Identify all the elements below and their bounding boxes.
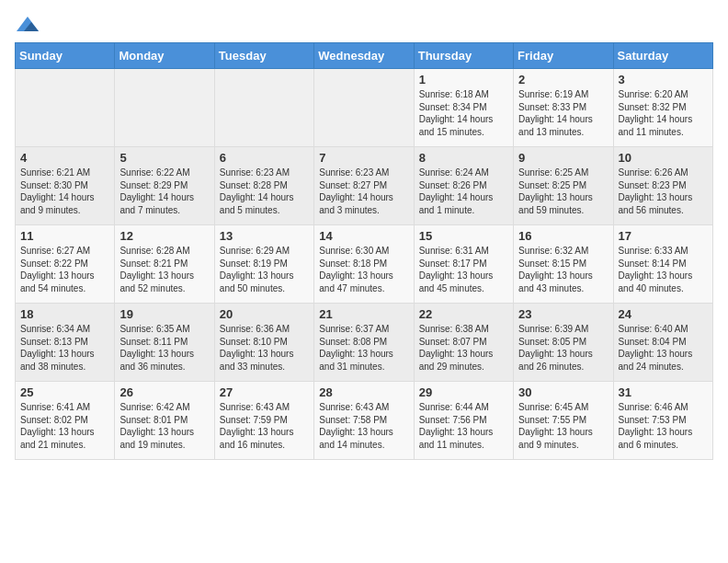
day-number: 2	[518, 73, 608, 86]
day-number: 27	[220, 385, 309, 399]
day-number: 19	[119, 307, 209, 321]
calendar-cell-1-3	[214, 69, 313, 147]
calendar-cell-1-6: 2Sunrise: 6:19 AM Sunset: 8:33 PM Daylig…	[514, 69, 613, 147]
day-number: 28	[319, 385, 408, 399]
calendar-cell-4-5: 22Sunrise: 6:38 AM Sunset: 8:07 PM Dayli…	[414, 304, 513, 382]
calendar-cell-3-4: 14Sunrise: 6:30 AM Sunset: 8:18 PM Dayli…	[314, 225, 414, 304]
calendar-cell-5-5: 29Sunrise: 6:44 AM Sunset: 7:56 PM Dayli…	[414, 382, 513, 460]
calendar-cell-4-1: 18Sunrise: 6:34 AM Sunset: 8:13 PM Dayli…	[16, 304, 115, 382]
header-friday: Friday	[514, 43, 613, 69]
calendar-cell-5-1: 25Sunrise: 6:41 AM Sunset: 8:02 PM Dayli…	[16, 382, 115, 460]
day-number: 13	[220, 229, 309, 243]
header-tuesday: Tuesday	[214, 43, 313, 69]
day-number: 15	[419, 229, 508, 243]
day-content: Sunrise: 6:46 AM Sunset: 7:53 PM Dayligh…	[619, 401, 708, 451]
day-content: Sunrise: 6:18 AM Sunset: 8:34 PM Dayligh…	[419, 88, 508, 138]
day-content: Sunrise: 6:28 AM Sunset: 8:21 PM Dayligh…	[119, 245, 209, 294]
day-content: Sunrise: 6:40 AM Sunset: 8:04 PM Dayligh…	[619, 323, 708, 373]
calendar-cell-4-3: 20Sunrise: 6:36 AM Sunset: 8:10 PM Dayli…	[214, 304, 313, 382]
day-number: 10	[619, 151, 708, 165]
calendar-week-5: 25Sunrise: 6:41 AM Sunset: 8:02 PM Dayli…	[16, 382, 713, 460]
day-number: 6	[220, 151, 309, 165]
header-sunday: Sunday	[16, 43, 115, 69]
day-content: Sunrise: 6:32 AM Sunset: 8:15 PM Dayligh…	[518, 245, 608, 294]
day-number: 26	[119, 385, 209, 399]
header-monday: Monday	[115, 43, 214, 69]
calendar-cell-2-5: 8Sunrise: 6:24 AM Sunset: 8:26 PM Daylig…	[414, 147, 513, 225]
calendar-cell-1-4	[314, 69, 414, 147]
day-content: Sunrise: 6:43 AM Sunset: 7:59 PM Dayligh…	[220, 401, 309, 451]
day-number: 17	[619, 229, 708, 243]
day-content: Sunrise: 6:33 AM Sunset: 8:14 PM Dayligh…	[619, 245, 708, 294]
calendar-cell-1-1	[16, 69, 115, 147]
calendar-cell-2-4: 7Sunrise: 6:23 AM Sunset: 8:27 PM Daylig…	[314, 147, 414, 225]
day-content: Sunrise: 6:36 AM Sunset: 8:10 PM Dayligh…	[220, 323, 309, 373]
calendar-cell-4-7: 24Sunrise: 6:40 AM Sunset: 8:04 PM Dayli…	[613, 304, 712, 382]
calendar-week-2: 4Sunrise: 6:21 AM Sunset: 8:30 PM Daylig…	[16, 147, 713, 225]
day-content: Sunrise: 6:34 AM Sunset: 8:13 PM Dayligh…	[20, 323, 109, 373]
day-number: 3	[619, 73, 708, 86]
day-number: 14	[319, 229, 408, 243]
day-number: 16	[518, 229, 608, 243]
calendar-cell-1-2	[115, 69, 214, 147]
calendar-cell-5-2: 26Sunrise: 6:42 AM Sunset: 8:01 PM Dayli…	[115, 382, 214, 460]
calendar-cell-5-6: 30Sunrise: 6:45 AM Sunset: 7:55 PM Dayli…	[514, 382, 613, 460]
day-content: Sunrise: 6:23 AM Sunset: 8:27 PM Dayligh…	[319, 167, 408, 216]
calendar-cell-3-1: 11Sunrise: 6:27 AM Sunset: 8:22 PM Dayli…	[16, 225, 115, 304]
day-number: 29	[419, 385, 508, 399]
day-number: 25	[20, 385, 109, 399]
day-content: Sunrise: 6:30 AM Sunset: 8:18 PM Dayligh…	[319, 245, 408, 294]
day-content: Sunrise: 6:23 AM Sunset: 8:28 PM Dayligh…	[220, 167, 309, 216]
day-content: Sunrise: 6:22 AM Sunset: 8:29 PM Dayligh…	[119, 167, 209, 216]
day-number: 21	[319, 307, 408, 321]
day-content: Sunrise: 6:44 AM Sunset: 7:56 PM Dayligh…	[419, 401, 508, 451]
calendar-cell-5-4: 28Sunrise: 6:43 AM Sunset: 7:58 PM Dayli…	[314, 382, 414, 460]
day-content: Sunrise: 6:42 AM Sunset: 8:01 PM Dayligh…	[119, 401, 209, 451]
day-number: 18	[20, 307, 109, 321]
day-number: 22	[419, 307, 508, 321]
header-thursday: Thursday	[414, 43, 513, 69]
day-content: Sunrise: 6:26 AM Sunset: 8:23 PM Dayligh…	[619, 167, 708, 216]
day-number: 9	[518, 151, 608, 165]
calendar-week-4: 18Sunrise: 6:34 AM Sunset: 8:13 PM Dayli…	[16, 304, 713, 382]
calendar-cell-2-1: 4Sunrise: 6:21 AM Sunset: 8:30 PM Daylig…	[16, 147, 115, 225]
day-content: Sunrise: 6:37 AM Sunset: 8:08 PM Dayligh…	[319, 323, 408, 373]
header-wednesday: Wednesday	[314, 43, 414, 69]
day-number: 7	[319, 151, 408, 165]
calendar-cell-2-3: 6Sunrise: 6:23 AM Sunset: 8:28 PM Daylig…	[214, 147, 313, 225]
day-content: Sunrise: 6:43 AM Sunset: 7:58 PM Dayligh…	[319, 401, 408, 451]
day-content: Sunrise: 6:35 AM Sunset: 8:11 PM Dayligh…	[119, 323, 209, 373]
header-saturday: Saturday	[613, 43, 712, 69]
day-number: 1	[419, 73, 508, 86]
header	[15, 15, 713, 35]
day-number: 24	[619, 307, 708, 321]
calendar-week-1: 1Sunrise: 6:18 AM Sunset: 8:34 PM Daylig…	[16, 69, 713, 147]
calendar-cell-2-2: 5Sunrise: 6:22 AM Sunset: 8:29 PM Daylig…	[115, 147, 214, 225]
day-number: 23	[518, 307, 608, 321]
day-content: Sunrise: 6:19 AM Sunset: 8:33 PM Dayligh…	[518, 88, 608, 138]
day-number: 31	[619, 385, 708, 399]
calendar-cell-2-7: 10Sunrise: 6:26 AM Sunset: 8:23 PM Dayli…	[613, 147, 712, 225]
calendar-cell-4-2: 19Sunrise: 6:35 AM Sunset: 8:11 PM Dayli…	[115, 304, 214, 382]
day-content: Sunrise: 6:45 AM Sunset: 7:55 PM Dayligh…	[518, 401, 608, 451]
calendar-cell-5-3: 27Sunrise: 6:43 AM Sunset: 7:59 PM Dayli…	[214, 382, 313, 460]
calendar-header-row: SundayMondayTuesdayWednesdayThursdayFrid…	[16, 43, 713, 69]
day-number: 12	[119, 229, 209, 243]
calendar-cell-3-2: 12Sunrise: 6:28 AM Sunset: 8:21 PM Dayli…	[115, 225, 214, 304]
day-content: Sunrise: 6:29 AM Sunset: 8:19 PM Dayligh…	[220, 245, 309, 294]
day-number: 5	[119, 151, 209, 165]
calendar-cell-3-5: 15Sunrise: 6:31 AM Sunset: 8:17 PM Dayli…	[414, 225, 513, 304]
day-content: Sunrise: 6:24 AM Sunset: 8:26 PM Dayligh…	[419, 167, 508, 216]
logo	[15, 15, 44, 35]
day-content: Sunrise: 6:31 AM Sunset: 8:17 PM Dayligh…	[419, 245, 508, 294]
calendar-cell-4-6: 23Sunrise: 6:39 AM Sunset: 8:05 PM Dayli…	[514, 304, 613, 382]
day-content: Sunrise: 6:25 AM Sunset: 8:25 PM Dayligh…	[518, 167, 608, 216]
calendar-cell-4-4: 21Sunrise: 6:37 AM Sunset: 8:08 PM Dayli…	[314, 304, 414, 382]
calendar-cell-3-3: 13Sunrise: 6:29 AM Sunset: 8:19 PM Dayli…	[214, 225, 313, 304]
calendar-cell-3-7: 17Sunrise: 6:33 AM Sunset: 8:14 PM Dayli…	[613, 225, 712, 304]
day-number: 4	[20, 151, 109, 165]
calendar-cell-3-6: 16Sunrise: 6:32 AM Sunset: 8:15 PM Dayli…	[514, 225, 613, 304]
calendar-cell-1-5: 1Sunrise: 6:18 AM Sunset: 8:34 PM Daylig…	[414, 69, 513, 147]
day-number: 11	[20, 229, 109, 243]
day-number: 8	[419, 151, 508, 165]
